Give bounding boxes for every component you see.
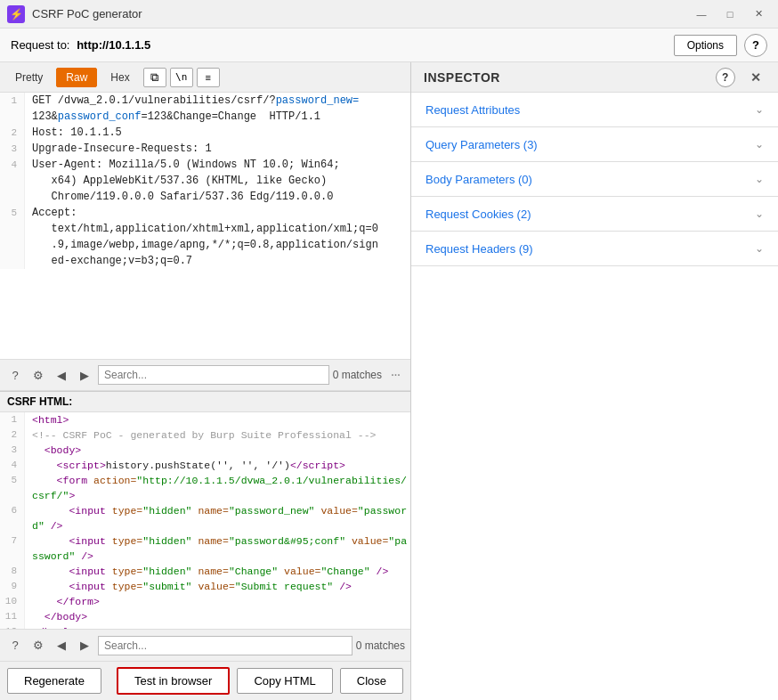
search-next-icon[interactable]: ▶: [75, 365, 94, 385]
body-params-header[interactable]: Body Parameters (0) ⌄: [411, 162, 778, 196]
pretty-button[interactable]: Pretty: [5, 68, 53, 87]
inspector-close-icon[interactable]: ✕: [746, 68, 766, 87]
search-help-icon[interactable]: ?: [5, 365, 25, 385]
top-search-bar: ? ⚙ ◀ ▶ 0 matches ···: [0, 359, 410, 391]
csrf-line-11: 11 </body>: [0, 609, 410, 624]
inspector-section-4: Request Headers (9) ⌄: [411, 232, 778, 266]
request-url: http://10.1.1.5: [77, 38, 150, 52]
body-params-chevron: ⌄: [755, 173, 764, 185]
request-attributes-header[interactable]: Request Attributes ⌄: [411, 93, 778, 126]
request-label: Request to: http://10.1.1.5: [11, 38, 150, 52]
code-line-1: 1 GET /dvwa_2.0.1/vulnerabilities/csrf/?…: [0, 93, 410, 125]
bottom-search-bar: ? ⚙ ◀ ▶ 0 matches: [0, 629, 410, 661]
request-headers-chevron: ⌄: [755, 242, 764, 255]
raw-button[interactable]: Raw: [56, 68, 97, 87]
options-button[interactable]: Options: [674, 35, 737, 56]
action-row: Regenerate Test in browser Copy HTML Clo…: [0, 661, 410, 700]
code-line-4: 4 User-Agent: Mozilla/5.0 (Windows NT 10…: [0, 157, 410, 205]
inspector-section-2: Body Parameters (0) ⌄: [411, 162, 778, 197]
body-params-label: Body Parameters (0): [425, 173, 748, 186]
request-code-editor[interactable]: 1 GET /dvwa_2.0.1/vulnerabilities/csrf/?…: [0, 93, 410, 359]
hex-button[interactable]: Hex: [101, 68, 139, 87]
test-in-browser-button[interactable]: Test in browser: [117, 667, 230, 695]
window-controls: — □ ✕: [689, 5, 771, 23]
request-cookies-header[interactable]: Request Cookies (2) ⌄: [411, 197, 778, 231]
request-headers-header[interactable]: Request Headers (9) ⌄: [411, 232, 778, 265]
inspector-title: INSPECTOR: [424, 70, 500, 85]
newline-icon[interactable]: \n: [170, 68, 193, 87]
request-attributes-label: Request Attributes: [425, 103, 748, 117]
minimize-button[interactable]: —: [689, 5, 714, 23]
inspector-help-button[interactable]: ?: [716, 68, 735, 87]
bottom-settings-icon[interactable]: ⚙: [28, 636, 48, 655]
bottom-search-matches: 0 matches: [356, 639, 405, 652]
request-attributes-chevron: ⌄: [755, 103, 764, 116]
bottom-prev-icon[interactable]: ◀: [52, 636, 71, 655]
code-line-3: 3 Upgrade-Insecure-Requests: 1: [0, 141, 410, 157]
request-editor-section: Pretty Raw Hex ⧉ \n ≡ 1 GET /dvwa_2.0.1/…: [0, 62, 410, 392]
request-headers-label: Request Headers (9): [425, 242, 748, 256]
more-options-icon[interactable]: ···: [385, 365, 405, 385]
csrf-line-8: 8 <input type="hidden" name="Change" val…: [0, 564, 410, 579]
inspector-panel: INSPECTOR ? ✕ Request Attributes ⌄ Query…: [411, 62, 778, 700]
main-content: Pretty Raw Hex ⧉ \n ≡ 1 GET /dvwa_2.0.1/…: [0, 62, 778, 700]
csrf-line-1: 1 <html>: [0, 412, 410, 427]
menu-icon[interactable]: ≡: [197, 68, 220, 87]
inspector-header: INSPECTOR ? ✕: [411, 62, 778, 93]
csrf-code-editor[interactable]: 1 <html> 2 <!-- CSRF PoC - generated by …: [0, 412, 410, 629]
csrf-line-7: 7 <input type="hidden" name="password&#9…: [0, 533, 410, 564]
request-cookies-label: Request Cookies (2): [425, 208, 748, 221]
inspector-section-1: Query Parameters (3) ⌄: [411, 127, 778, 162]
bottom-help-icon[interactable]: ?: [5, 636, 25, 655]
csrf-html-section: CSRF HTML: 1 <html> 2 <!-- CSRF PoC - ge…: [0, 392, 410, 700]
query-params-label: Query Parameters (3): [425, 138, 748, 151]
query-params-chevron: ⌄: [755, 138, 764, 151]
request-bar-right: Options ?: [674, 34, 767, 57]
maximize-button[interactable]: □: [717, 5, 742, 23]
bottom-next-icon[interactable]: ▶: [75, 636, 94, 655]
inspector-section-0: Request Attributes ⌄: [411, 93, 778, 127]
top-search-matches: 0 matches: [333, 369, 382, 381]
close-window-button[interactable]: ✕: [746, 5, 771, 23]
regenerate-button[interactable]: Regenerate: [7, 668, 101, 694]
inspector-section-3: Request Cookies (2) ⌄: [411, 197, 778, 232]
csrf-label: CSRF HTML:: [0, 392, 410, 412]
query-params-header[interactable]: Query Parameters (3) ⌄: [411, 127, 778, 161]
code-line-5: 5 Accept: text/html,application/xhtml+xm…: [0, 205, 410, 269]
search-prev-icon[interactable]: ◀: [52, 365, 71, 385]
csrf-line-3: 3 <body>: [0, 443, 410, 458]
csrf-line-5: 5 <form action="http://10.1.1.5/dvwa_2.0…: [0, 473, 410, 503]
render-icon[interactable]: ⧉: [143, 68, 166, 87]
csrf-line-6: 6 <input type="hidden" name="password_ne…: [0, 503, 410, 533]
close-button[interactable]: Close: [340, 668, 403, 694]
search-settings-icon[interactable]: ⚙: [28, 365, 48, 385]
help-button[interactable]: ?: [744, 34, 767, 57]
code-line-2: 2 Host: 10.1.1.5: [0, 125, 410, 141]
request-cookies-chevron: ⌄: [755, 208, 764, 220]
editor-toolbar: Pretty Raw Hex ⧉ \n ≡: [0, 62, 410, 93]
top-search-input[interactable]: [98, 365, 329, 385]
csrf-line-10: 10 </form>: [0, 594, 410, 609]
title-bar: ⚡ CSRF PoC generator — □ ✕: [0, 0, 778, 28]
left-panel: Pretty Raw Hex ⧉ \n ≡ 1 GET /dvwa_2.0.1/…: [0, 62, 411, 700]
request-bar: Request to: http://10.1.1.5 Options ?: [0, 28, 778, 62]
csrf-line-9: 9 <input type="submit" value="Submit req…: [0, 579, 410, 594]
app-icon: ⚡: [7, 5, 25, 23]
copy-html-button[interactable]: Copy HTML: [237, 668, 332, 694]
bottom-search-input[interactable]: [98, 636, 353, 655]
app-title: CSRF PoC generator: [32, 7, 689, 20]
csrf-line-4: 4 <script>history.pushState('', '', '/')…: [0, 458, 410, 473]
csrf-line-2: 2 <!-- CSRF PoC - generated by Burp Suit…: [0, 427, 410, 443]
